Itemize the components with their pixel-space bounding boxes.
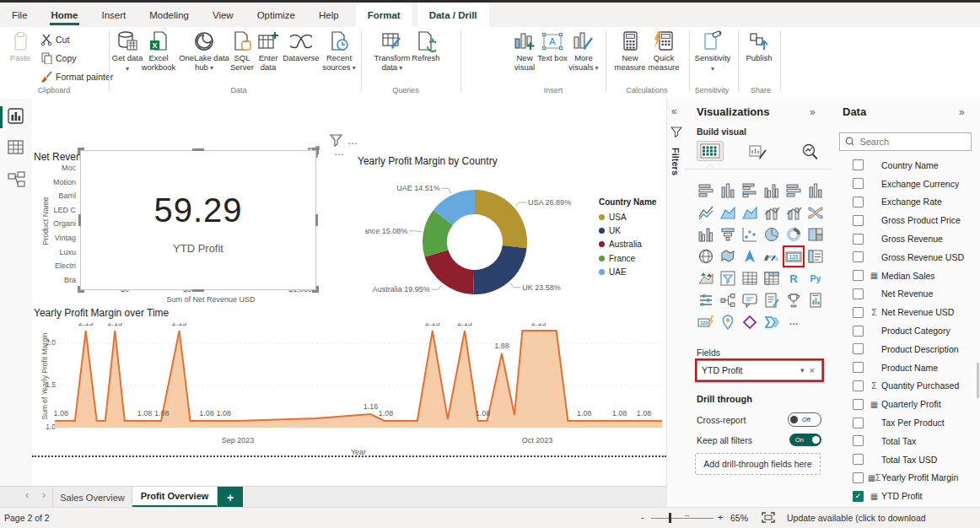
visual-type-map[interactable] <box>695 245 717 267</box>
visual-type-card[interactable]: 123 <box>783 245 805 267</box>
field-row-ytd-profit[interactable]: ✓▦YTD Profit <box>831 487 980 505</box>
visual-type-metrics[interactable] <box>783 289 805 311</box>
visual-type-stacked-bar-chart[interactable] <box>695 180 717 202</box>
field-checkbox[interactable]: ✓ <box>853 491 864 502</box>
donut-slice-australia[interactable] <box>425 250 474 294</box>
field-well-ytd-profit[interactable]: YTD Profit ▾ × <box>697 360 822 380</box>
visual-type-filled-map[interactable] <box>717 245 739 267</box>
zoom-out-button[interactable]: - <box>641 512 644 522</box>
recent-sources-button[interactable]: Recent sources <box>317 30 361 84</box>
visual-type-clustered-bar-chart[interactable] <box>739 180 761 202</box>
model-view-button[interactable] <box>8 171 26 190</box>
visual-type-donut-chart[interactable] <box>783 224 805 245</box>
fit-to-page-icon[interactable] <box>762 512 775 523</box>
ribbon-contextual-tab-data---drill[interactable]: Data / Drill <box>417 3 489 27</box>
resize-handle[interactable] <box>192 148 204 151</box>
visual-type-line-and-stacked-column-chart[interactable] <box>761 202 783 224</box>
visual-type-slicer[interactable] <box>717 267 739 289</box>
card-more-options-icon[interactable]: … <box>334 146 345 158</box>
visual-type-clustered-column-chart[interactable] <box>761 180 783 202</box>
field-row-exchange-currency[interactable]: Exchange Currency <box>831 175 980 193</box>
visual-type-power-automate[interactable] <box>761 311 783 333</box>
visual-type-python-visual[interactable]: Py <box>805 267 827 289</box>
collapse-data-pane-icon[interactable]: » <box>959 106 965 118</box>
field-row-net-revenue[interactable]: Net Revenue <box>831 285 980 304</box>
field-row-gross-revenue[interactable]: Gross Revenue <box>831 229 980 248</box>
keep-all-filters-toggle[interactable]: On <box>789 434 821 446</box>
paste-button[interactable]: Paste <box>3 30 37 84</box>
visual-type-smart-narrative[interactable] <box>761 289 783 311</box>
legend-item-uk[interactable]: UK <box>599 224 656 237</box>
collapse-visualizations-icon[interactable]: » <box>810 106 816 118</box>
resize-handle[interactable] <box>316 148 319 154</box>
legend-item-australia[interactable]: Australia <box>599 238 656 251</box>
field-checkbox[interactable] <box>853 380 864 391</box>
table-view-button[interactable] <box>8 139 26 158</box>
new-visual-button[interactable]: New visual <box>508 30 541 84</box>
zoom-in-button[interactable]: + <box>718 512 723 522</box>
resize-handle[interactable] <box>78 286 80 293</box>
visual-type-paginated-report[interactable] <box>805 289 827 311</box>
cut-button[interactable]: Cut <box>40 34 69 46</box>
visual-type-what-if-parameter[interactable]: 123 <box>695 311 717 333</box>
new-page-button[interactable]: + <box>218 487 243 508</box>
visual-type-azure-map[interactable] <box>739 245 761 267</box>
area-chart[interactable]: 1.082.152.151.081.082.151.081.081.161.08… <box>53 323 664 433</box>
text-box-button[interactable]: A Text box <box>537 30 568 84</box>
ribbon-tab-file[interactable]: File <box>0 3 40 27</box>
page-tab-sales-overview[interactable]: Sales Overview <box>52 487 132 508</box>
next-page-arrow[interactable]: › <box>42 489 46 501</box>
field-row-product-category[interactable]: Product Category <box>831 321 980 340</box>
search-input[interactable] <box>858 136 966 148</box>
expand-filters-icon[interactable]: « <box>671 105 677 117</box>
chevron-down-icon[interactable]: ▾ <box>798 366 807 374</box>
analytics-tab[interactable] <box>801 143 820 160</box>
field-checkbox[interactable] <box>853 454 864 465</box>
data-pane-scrollbar[interactable] <box>977 363 979 398</box>
visual-type-100-stacked-column-chart[interactable] <box>805 180 827 202</box>
field-row-product-description[interactable]: Product Description <box>831 340 980 358</box>
resize-handle[interactable] <box>316 286 319 293</box>
legend-item-france[interactable]: France <box>599 251 656 265</box>
donut-chart[interactable]: USA 26.89%UK 23.58%Australia 19.95%Franc… <box>365 179 601 310</box>
field-checkbox[interactable] <box>853 418 864 428</box>
legend-item-uae[interactable]: UAE <box>599 265 656 278</box>
ribbon-contextual-tab-format[interactable]: Format <box>356 3 412 27</box>
filters-pane-label[interactable]: Filters <box>670 148 681 175</box>
field-row-total-tax-usd[interactable]: Total Tax USD <box>831 450 980 469</box>
filter-funnel-icon[interactable] <box>330 134 342 147</box>
quick-measure-button[interactable]: Quick measure <box>640 30 687 84</box>
visual-type-100-stacked-bar-chart[interactable] <box>783 180 805 202</box>
visual-type-multi-row-card[interactable] <box>805 245 827 267</box>
field-row-yearly-profit-margin[interactable]: ▦ΣYearly Profit Margin <box>831 469 980 488</box>
resize-handle[interactable] <box>78 148 80 154</box>
drill-through-drop-area[interactable]: Add drill-through fields here <box>695 453 821 475</box>
field-row-net-revenue-usd[interactable]: ΣNet Revenue USD <box>831 303 980 321</box>
copy-button[interactable]: Copy <box>40 52 77 64</box>
field-row-country-name[interactable]: Country Name <box>831 156 980 175</box>
visual-type-more-visuals-ellipsis[interactable]: … <box>783 311 805 333</box>
ribbon-tab-insert[interactable]: Insert <box>89 3 137 27</box>
field-row-median-sales[interactable]: ▦Median Sales <box>831 267 980 285</box>
field-checkbox[interactable] <box>853 251 864 262</box>
field-checkbox[interactable] <box>853 362 864 373</box>
page-tab-profit-overview[interactable]: Profit Overview <box>132 487 218 508</box>
ribbon-tab-home[interactable]: Home <box>40 3 90 27</box>
previous-page-arrow[interactable]: ‹ <box>25 489 29 501</box>
format-visual-tab[interactable] <box>749 143 767 160</box>
visual-type-decomposition-tree[interactable] <box>717 289 739 311</box>
visual-type-r-script-visual[interactable]: R <box>783 267 805 289</box>
field-checkbox[interactable] <box>853 288 864 299</box>
visual-type-table[interactable] <box>739 267 761 289</box>
field-checkbox[interactable] <box>853 399 864 410</box>
ribbon-tab-modeling[interactable]: Modeling <box>137 3 201 27</box>
field-checkbox[interactable] <box>853 178 864 189</box>
search-box[interactable] <box>839 132 972 151</box>
resize-handle[interactable] <box>78 214 81 226</box>
visual-type-line-and-clustered-column-chart[interactable] <box>783 202 805 224</box>
refresh-button[interactable]: Refresh <box>409 30 443 84</box>
field-row-gross-product-price[interactable]: Gross Product Price <box>831 211 980 229</box>
field-checkbox[interactable] <box>853 435 864 446</box>
build-visual-tab[interactable] <box>697 141 724 161</box>
field-row-tax-per-product[interactable]: Tax Per Product <box>831 413 980 432</box>
